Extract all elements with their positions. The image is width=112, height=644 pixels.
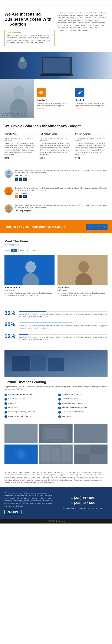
svg-rect-36 — [74, 427, 107, 427]
footer-text: © 2024 All Rights Reserved — [4, 520, 108, 522]
svg-rect-34 — [45, 428, 66, 439]
cta-button[interactable]: +1 (777) 787 87 19 — [86, 224, 108, 230]
create-sample: Sample text — [76, 108, 82, 109]
sample-box-text: Lorem ipsum dolor sit amet, consectetur … — [6, 34, 52, 44]
team-desc-may: Lorem ipsum dolor sit amet, consectetur … — [58, 292, 108, 296]
list-item-07: 07 Material Handling Systems — [58, 394, 108, 396]
linkedin-icon-2[interactable]: in — [23, 195, 26, 198]
read-more-button[interactable]: READ MORE — [4, 510, 22, 514]
num-01: 01 — [4, 394, 7, 396]
hero-left: We Are Increasing Business Success With … — [4, 12, 54, 48]
facebook-icon-1[interactable]: f — [15, 178, 18, 181]
plan-system-title: System Purchase — [75, 133, 108, 136]
learning-lists: 01 Component Production Equipment 02 Rol… — [4, 394, 108, 420]
plan-system-more[interactable]: MORE — [75, 157, 80, 159]
svg-rect-27 — [48, 358, 64, 371]
cta-title: Looking For Visa Applications Just Call … — [4, 225, 66, 229]
plan-full-text: Eiusmod tempor incididunt ut labore et d… — [40, 142, 72, 156]
plan-monthly-title: Monthly Plan — [4, 133, 37, 136]
phone-1[interactable]: 1 (234) 567-891 — [71, 496, 95, 500]
list-item-11: 11 Flex Layout Expert Production — [58, 411, 108, 414]
filter-all[interactable]: All — [11, 249, 17, 252]
list-item-08: 08 Roll Off Truss Trainers — [58, 398, 108, 400]
twitter-icon-2[interactable]: t — [19, 195, 22, 198]
list-text-08: Roll Off Truss Trainers — [62, 398, 78, 400]
svg-rect-47 — [62, 445, 71, 462]
facebook-icon-2[interactable]: f — [15, 195, 18, 198]
plan-monthly-more[interactable]: MORE — [4, 157, 9, 159]
team-photo-may — [58, 255, 108, 285]
hero-image — [0, 52, 112, 79]
team-card-alex: Alex Greenfield Creative Leader Lorem ip… — [4, 255, 54, 296]
svg-point-43 — [18, 451, 24, 457]
plan-full-subtitle: Lorem ipsum dolor sit amet, consectetur … — [40, 137, 72, 141]
team-role-alex: Creative Leader — [4, 289, 54, 291]
visualize-title: Visualize It — [36, 99, 47, 101]
contact-section: Ut enim ad minim veniam, quis nostrud ex… — [0, 487, 112, 519]
list-col-2: 07 Material Handling Systems 08 Roll Off… — [58, 394, 108, 420]
phone-2[interactable]: 1 (234) 987-654 — [71, 501, 95, 505]
hero-title: We Are Increasing Business Success With … — [4, 12, 54, 27]
linkedin-icon-1[interactable]: in — [23, 178, 26, 181]
svg-rect-25 — [12, 356, 30, 371]
cta-banner: Looking For Visa Applications Just Call … — [0, 220, 112, 234]
team-section: Meet The Team Our Professionals Filter b… — [0, 234, 112, 307]
footer: © 2024 All Rights Reserved — [0, 519, 112, 524]
progress-30-fill — [20, 311, 46, 312]
filter-label: Filter by — [4, 250, 10, 251]
hero-section: We Are Increasing Business Success With … — [0, 6, 112, 52]
svg-point-10 — [7, 171, 10, 174]
list-text-01: Component Production Equipment — [8, 394, 34, 396]
svg-rect-50 — [90, 454, 107, 464]
list-item-10: 10 Replacement Production Surfaces — [58, 406, 108, 409]
progress-60-fill — [20, 322, 72, 324]
visualize-icon-box — [36, 88, 46, 97]
gallery-img-1 — [4, 424, 38, 443]
num-10: 10 — [58, 406, 61, 409]
twitter-icon-1[interactable]: t — [19, 178, 22, 181]
svg-rect-40 — [74, 439, 107, 439]
progress-30-track — [20, 311, 108, 312]
progress-10-container: Sample text. Click to select the text bo… — [20, 333, 108, 340]
list-text-07: Material Handling Systems — [62, 394, 82, 396]
list-text-04: Linear Scales — [8, 406, 18, 409]
plan-system-subtitle: Lorem ipsum dolor sit amet, consectetur … — [75, 137, 108, 141]
svg-rect-35 — [74, 424, 107, 443]
progress-10-fill — [20, 334, 28, 335]
hamburger-icon[interactable]: ≡ — [4, 1, 6, 4]
avatar-3-img — [4, 204, 13, 213]
testimonial-2-text: Sample text. Click to select the text bo… — [15, 187, 108, 192]
progress-10-percent: 10% — [4, 333, 16, 339]
testimonial-1-content: Sample text. Click to select the text bo… — [15, 170, 108, 181]
avatar-2-img — [4, 187, 13, 195]
testimonial-3: Sample text. Click to select the text bo… — [4, 202, 108, 216]
avatar-3 — [4, 204, 13, 213]
gallery-img-2 — [39, 424, 73, 443]
svg-point-16 — [7, 206, 10, 209]
progress-item-60: 60% Sample text. Click to select the tex… — [4, 321, 108, 329]
gallery-img-3 — [74, 424, 108, 443]
contact-address: 101 Block Street, 2T Avenue, New York, N… — [62, 508, 104, 510]
filter-group1[interactable]: Group 1 — [18, 249, 28, 252]
svg-rect-26 — [31, 355, 46, 371]
create-title: Create It — [76, 99, 84, 101]
progress-60-container: Sample text. Click to select the text bo… — [20, 321, 108, 329]
list-text-06: Automated Measuring Systems — [8, 415, 31, 417]
gallery-grid — [4, 424, 108, 464]
card-portrait: Sample text. Click to select the text bo… — [0, 79, 34, 118]
plan-monthly: Monthly Plan Lorem ipsum dolor sit amet,… — [4, 133, 37, 159]
plan-monthly-subtitle: Lorem ipsum dolor sit amet, consectetur … — [4, 137, 37, 141]
testimonial-1-text: Sample text. Click to select the text bo… — [15, 170, 108, 174]
cards-row: Sample text. Click to select the text bo… — [0, 79, 112, 118]
progress-30-container: Sample text. Click to select the text bo… — [20, 310, 108, 318]
num-03: 03 — [4, 402, 7, 405]
filter-group2[interactable]: Group 2 — [29, 249, 38, 252]
svg-point-5 — [20, 57, 25, 62]
progress-10-text: Sample text. Click to select the text bo… — [20, 336, 108, 340]
learning-intro: We provide flexible and 24/7 online lear… — [4, 386, 108, 390]
progress-60-text: Sample text. Click to select the text bo… — [20, 324, 108, 329]
list-item-04: 04 Linear Scales — [4, 406, 54, 409]
team-role-may: Sales Manager — [58, 289, 108, 291]
plan-full-more[interactable]: MORE — [40, 157, 45, 159]
team-desc-alex: Lorem ipsum dolor sit amet, consectetur … — [4, 292, 54, 296]
